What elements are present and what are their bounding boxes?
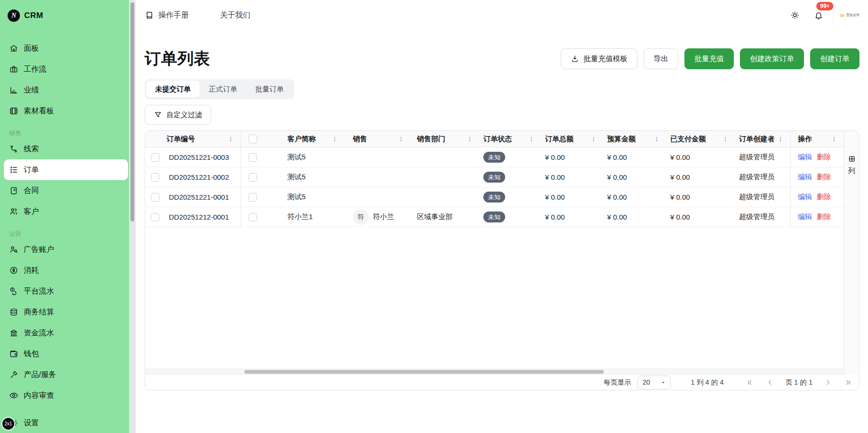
database-icon — [9, 307, 18, 317]
bulk-recharge-button[interactable]: 批量充值 — [684, 48, 734, 69]
edit-link[interactable]: 编辑 — [798, 193, 812, 202]
toolbar: 批量充值模板 导出 批量充值 创建政策订单 创建订单 — [561, 48, 859, 69]
orders-table-card: 订单编号 客户简称 销售 — [145, 130, 859, 390]
sidebar-item-content-review[interactable]: 内容审查 — [4, 385, 124, 406]
row-checkbox[interactable] — [249, 193, 257, 202]
paid-amount: ¥ 0.00 — [670, 193, 690, 201]
column-menu-icon[interactable] — [528, 136, 535, 143]
column-menu-icon[interactable] — [397, 136, 405, 143]
sidebar-item-label: 设置 — [24, 418, 39, 428]
users-icon — [9, 207, 18, 216]
prev-page-button[interactable] — [766, 378, 774, 387]
sidebar-item-ad-accounts[interactable]: 广告账户 — [4, 239, 124, 260]
header-select-all — [241, 131, 265, 147]
edit-link[interactable]: 编辑 — [798, 173, 812, 182]
sidebar-item-performance[interactable]: 业绩 — [4, 80, 124, 101]
header-actions: 操作 — [790, 131, 844, 147]
sidebar-item-funds-flow[interactable]: 资金流水 — [4, 322, 124, 343]
header-paid: 已支付金额 — [666, 131, 735, 147]
budget-amount: ¥ 0.00 — [607, 153, 627, 161]
page-content: 订单列表 批量充值模板 导出 批量充值 创建政策订单 — [136, 30, 868, 433]
sidebar-item-label: 产品/服务 — [24, 370, 56, 380]
per-page-select[interactable]: 20 — [637, 376, 671, 389]
column-menu-icon[interactable] — [227, 136, 234, 143]
nav-link-about[interactable]: 关于我们 — [220, 10, 250, 20]
sidebar: N CRM 面板 工作流 业绩 素材看板 销售 线索 — [0, 0, 129, 433]
customer-name: 测试5 — [287, 173, 305, 182]
column-menu-icon[interactable] — [722, 136, 729, 143]
order-no: DD20251212-0001 — [169, 213, 229, 221]
eye-icon — [9, 391, 18, 400]
next-page-button[interactable] — [824, 378, 832, 387]
tab-batch-orders[interactable]: 批量订单 — [246, 81, 293, 98]
vip-badge[interactable]: 贵族至尊 — [840, 13, 859, 18]
sidebar-item-orders[interactable]: 订单 — [4, 159, 128, 180]
column-menu-icon[interactable] — [777, 136, 784, 143]
delete-link[interactable]: 删除 — [817, 173, 831, 182]
column-menu-icon[interactable] — [590, 136, 597, 143]
sales-avatar: 符 — [353, 209, 369, 225]
caret-down-icon — [661, 380, 666, 385]
sales-name: 符小兰 — [373, 212, 394, 221]
row-checkbox[interactable] — [249, 173, 257, 182]
paid-amount: ¥ 0.00 — [670, 213, 690, 221]
bell-icon — [814, 10, 823, 20]
edit-link[interactable]: 编辑 — [798, 212, 812, 221]
tab-unsubmitted-orders[interactable]: 未提交订单 — [146, 81, 200, 98]
row-checkbox[interactable] — [151, 173, 159, 182]
column-menu-icon[interactable] — [331, 136, 338, 143]
horizontal-scrollbar-thumb[interactable] — [244, 370, 604, 374]
delete-link[interactable]: 删除 — [817, 212, 831, 221]
select-all-checkbox[interactable] — [249, 135, 257, 143]
sidebar-item-consumption[interactable]: 消耗 — [4, 260, 124, 281]
header-department: 销售部门 — [411, 131, 480, 147]
theme-toggle-button[interactable] — [786, 6, 804, 24]
sidebar-item-settings[interactable]: 设置 — [4, 413, 124, 433]
nav-link-manual[interactable]: 操作手册 — [145, 10, 189, 20]
last-page-button[interactable] — [844, 378, 852, 387]
row-checkbox[interactable] — [151, 193, 159, 202]
row-checkbox[interactable] — [249, 153, 257, 162]
sidebar-item-products-services[interactable]: 产品/服务 — [4, 364, 124, 385]
delete-link[interactable]: 删除 — [817, 193, 831, 202]
column-menu-icon[interactable] — [466, 136, 473, 143]
top-navbar: 操作手册 关于我们 99+ 贵族至尊 — [136, 0, 868, 30]
sidebar-item-dashboard[interactable]: 面板 — [4, 38, 124, 59]
sidebar-item-leads[interactable]: 线索 — [4, 138, 124, 159]
briefcase-icon — [9, 64, 18, 74]
sidebar-scrollbar[interactable] — [129, 0, 136, 433]
create-order-button[interactable]: 创建订单 — [810, 48, 859, 69]
sidebar-item-wallet[interactable]: 钱包 — [4, 343, 124, 364]
horizontal-scrollbar[interactable] — [145, 369, 844, 375]
order-total: ¥ 0.00 — [545, 173, 565, 181]
creator: 超级管理员 — [739, 173, 775, 182]
edit-link[interactable]: 编辑 — [798, 153, 812, 162]
column-menu-icon[interactable] — [831, 136, 838, 143]
custom-filter-button[interactable]: 自定义过滤 — [145, 105, 211, 125]
export-button[interactable]: 导出 — [644, 48, 678, 69]
first-page-button[interactable] — [746, 378, 754, 387]
customer-name: 符小兰1 — [287, 212, 313, 221]
bulk-recharge-template-button[interactable]: 批量充值模板 — [561, 48, 637, 69]
table-empty-space — [145, 227, 844, 369]
notifications-button[interactable]: 99+ — [810, 6, 828, 24]
sidebar-item-workflow[interactable]: 工作流 — [4, 59, 124, 80]
row-checkbox[interactable] — [151, 213, 159, 221]
create-policy-order-button[interactable]: 创建政策订单 — [740, 48, 804, 69]
status-badge: 未知 — [483, 212, 505, 222]
row-checkbox[interactable] — [249, 213, 257, 221]
sidebar-item-contracts[interactable]: 合同 — [4, 180, 124, 201]
sidebar-item-business-settlement[interactable]: 商务结算 — [4, 302, 124, 322]
sidebar-item-customers[interactable]: 客户 — [4, 201, 124, 222]
tab-formal-orders[interactable]: 正式订单 — [200, 81, 246, 98]
sidebar-item-material-board[interactable]: 素材看板 — [4, 101, 124, 121]
delete-link[interactable]: 删除 — [817, 153, 831, 162]
page-indicator: 页 1 的 1 — [785, 378, 813, 387]
columns-panel-toggle[interactable]: 列 — [844, 131, 859, 375]
sidebar-scrollbar-thumb[interactable] — [130, 2, 134, 221]
budget-amount: ¥ 0.00 — [607, 213, 627, 221]
row-checkbox[interactable] — [151, 153, 159, 162]
sidebar-item-platform-flow[interactable]: 平台流水 — [4, 281, 124, 302]
table-row: DD20251212-0001 符小兰1 符 符小兰 区域事业部 未知 ¥ 0.… — [145, 207, 844, 227]
column-menu-icon[interactable] — [653, 136, 660, 143]
